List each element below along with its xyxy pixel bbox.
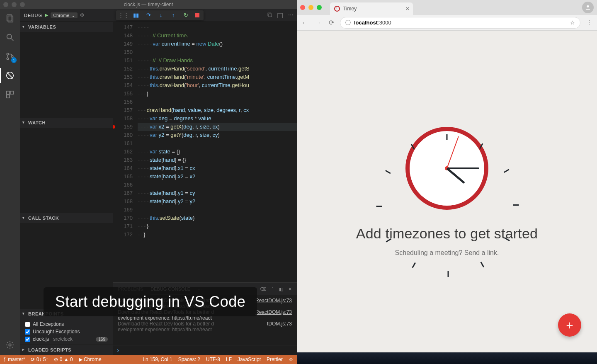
favicon-clock-icon (334, 6, 340, 12)
search-icon[interactable] (4, 32, 16, 43)
breakpoint-label: All Exceptions (33, 321, 64, 327)
console-location[interactable]: ReactDOM.js:73 (255, 298, 292, 303)
chrome-toolbar: ← → ⟳ ⓘ localhost:3000 ☆ ⋮ (297, 15, 597, 31)
panel-split-icon[interactable]: ◧ (279, 286, 283, 292)
breakpoint-count: 159 (96, 337, 108, 342)
reload-button[interactable]: ⟳ (327, 19, 336, 27)
restart-icon[interactable]: ↻ (182, 12, 189, 19)
variables-section[interactable]: VARIABLES (20, 22, 113, 32)
gear-icon[interactable] (4, 339, 16, 351)
forward-button[interactable]: → (313, 19, 323, 27)
step-over-icon[interactable]: ↷ (145, 12, 152, 19)
breakpoint-label: Uncaught Exceptions (33, 329, 80, 335)
window-title: clock.js — timey-client (0, 2, 297, 7)
variables-heading[interactable]: VARIABLES (20, 22, 113, 32)
debug-toolbar: ⋮⋮ ▮▮ ↷ ↓ ↑ ↻ ⧉ ◫ ··· (113, 9, 297, 22)
watch-heading[interactable]: WATCH (20, 118, 113, 128)
encoding-indicator[interactable]: UTF-8 (206, 357, 220, 362)
loaded-scripts-section[interactable]: LOADED SCRIPTS (20, 345, 113, 355)
breakpoint-checkbox[interactable] (25, 329, 30, 335)
debug-config-select[interactable]: Chrome (51, 12, 78, 18)
breakpoint-path: src/clock (53, 336, 73, 342)
debug-label: DEBUG (24, 13, 42, 18)
open-changes-icon[interactable]: ⧉ (267, 11, 272, 19)
console-line: Download the React DevTools for a better… (118, 321, 214, 327)
extensions-icon[interactable] (4, 89, 16, 100)
breakpoint-checkbox[interactable] (25, 322, 30, 327)
breakpoint-checkbox[interactable] (25, 337, 30, 342)
vscode-titlebar[interactable]: clock.js — timey-client (0, 0, 297, 9)
omnibox[interactable]: ⓘ localhost:3000 ☆ (340, 17, 580, 29)
svg-point-12 (9, 344, 11, 346)
feedback-icon[interactable]: ☺ (289, 357, 294, 362)
explorer-icon[interactable] (4, 12, 16, 24)
git-icon[interactable]: 1 (4, 51, 16, 62)
chrome-tab-bar: Timey ✕ (297, 0, 597, 15)
code-content[interactable]: ··················// Current time.······… (138, 22, 297, 282)
pause-icon[interactable]: ▮▮ (133, 12, 139, 19)
debug-icon[interactable] (4, 70, 16, 81)
clear-console-icon[interactable]: ⌫ (260, 286, 267, 292)
chrome-menu-icon[interactable]: ⋮ (585, 19, 594, 27)
drag-handle-icon[interactable]: ⋮⋮ (120, 12, 127, 19)
svg-point-4 (7, 53, 9, 55)
debug-gear-icon[interactable]: ⚙ (80, 12, 84, 18)
svg-rect-9 (7, 91, 10, 94)
collapse-icon[interactable]: ˄ (272, 286, 274, 292)
add-timezone-fab[interactable]: ＋ (558, 313, 581, 337)
console-location[interactable]: tDOM.js:73 (267, 321, 292, 327)
breakpoint-row[interactable]: Uncaught Exceptions (24, 328, 109, 335)
errors-indicator[interactable]: ⊘ 0 ▲ 0 (54, 357, 73, 362)
sync-indicator[interactable]: ⟳ 0↓ 5↑ (31, 357, 48, 362)
debug-target[interactable]: ▶ Chrome (79, 357, 102, 362)
step-out-icon[interactable]: ↑ (170, 12, 177, 19)
chrome-traffic-lights[interactable] (300, 5, 322, 10)
tab-title: Timey (343, 6, 357, 12)
callstack-heading[interactable]: CALL STACK (20, 213, 113, 223)
watch-section[interactable]: WATCH (20, 117, 113, 128)
svg-point-13 (587, 5, 589, 7)
step-into-icon[interactable]: ↓ (158, 12, 164, 19)
vscode-window: clock.js — timey-client 1 DEBUG ▶ Chrome… (0, 0, 297, 364)
svg-point-5 (7, 58, 9, 60)
debug-controls: ⋮⋮ ▮▮ ↷ ↓ ↑ ↻ (116, 10, 204, 20)
tab-close-icon[interactable]: ✕ (405, 6, 410, 12)
breakpoint-label: clock.js (33, 336, 49, 342)
traffic-lights[interactable] (3, 2, 25, 7)
git-badge: 1 (11, 57, 17, 63)
line-gutter[interactable]: 1471481491501511521531541551561571581591… (113, 22, 138, 282)
loaded-heading[interactable]: LOADED SCRIPTS (20, 345, 113, 355)
prettier-indicator[interactable]: Prettier (267, 357, 283, 362)
language-indicator[interactable]: JavaScript (238, 357, 261, 362)
back-button[interactable]: ← (300, 19, 309, 27)
split-editor-icon[interactable]: ◫ (277, 11, 283, 19)
eol-indicator[interactable]: LF (226, 357, 232, 362)
svg-rect-10 (10, 91, 13, 94)
page-heading: Add timezones to get started (356, 226, 538, 242)
start-debug-icon[interactable]: ▶ (45, 12, 48, 18)
clock-illustration (405, 127, 488, 210)
page-subtext: Scheduling a meeting? Send a link. (395, 249, 499, 257)
cursor-position[interactable]: Ln 159, Col 1 (143, 357, 172, 362)
code-editor[interactable]: 1471481491501511521531541551561571581591… (113, 22, 297, 282)
stop-icon[interactable] (195, 13, 199, 17)
browser-tab[interactable]: Timey ✕ (330, 2, 413, 15)
timey-page: Add timezones to get started Scheduling … (297, 31, 597, 352)
svg-line-8 (7, 73, 13, 79)
site-info-icon[interactable]: ⓘ (345, 19, 351, 27)
bookmark-star-icon[interactable]: ☆ (570, 19, 575, 26)
profile-icon[interactable] (582, 2, 594, 13)
close-panel-icon[interactable]: ✕ (288, 286, 292, 292)
debug-top-bar: DEBUG ▶ Chrome ⚙ (20, 9, 113, 22)
status-bar: ᚶ master* ⟳ 0↓ 5↑ ⊘ 0 ▲ 0 ▶ Chrome Ln 15… (0, 355, 297, 364)
callstack-section[interactable]: CALL STACK (20, 213, 113, 223)
more-icon[interactable]: ··· (288, 11, 294, 19)
breakpoint-row[interactable]: clock.jssrc/clock159 (24, 335, 109, 343)
console-location[interactable]: ReactDOM.js:73 (255, 309, 292, 315)
indent-indicator[interactable]: Spaces: 2 (178, 357, 200, 362)
url-text: localhost:3000 (354, 19, 391, 26)
branch-indicator[interactable]: ᚶ master* (3, 357, 25, 362)
console-input[interactable]: › (113, 345, 297, 355)
breakpoint-row[interactable]: All Exceptions (24, 320, 109, 328)
activity-bar: 1 (0, 9, 20, 355)
